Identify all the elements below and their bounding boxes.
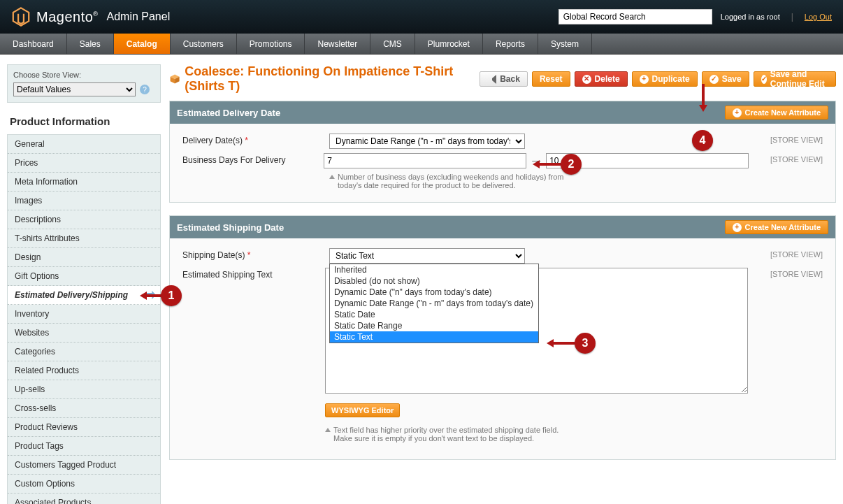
plus-icon: + bbox=[733, 108, 742, 117]
logout-link[interactable]: Log Out bbox=[805, 13, 832, 21]
delete-button[interactable]: ✕Delete bbox=[575, 71, 628, 87]
save-continue-button[interactable]: ✓Save and Continue Edit bbox=[754, 71, 836, 87]
delivery-dates-select[interactable]: Dynamic Date Range ("n - m" days from to… bbox=[329, 134, 525, 149]
sidebar-heading: Product Information bbox=[7, 110, 161, 134]
dropdown-option[interactable]: Disabled (do not show) bbox=[330, 275, 538, 287]
sidebar-item-design[interactable]: Design bbox=[8, 248, 160, 267]
magento-icon bbox=[11, 7, 31, 27]
back-icon bbox=[487, 75, 496, 84]
sidebar-item-cross-sells[interactable]: Cross-sells bbox=[8, 399, 160, 418]
hint-icon bbox=[329, 175, 335, 179]
nav-item-catalog[interactable]: Catalog bbox=[114, 34, 171, 54]
sidebar-item-prices[interactable]: Prices bbox=[8, 154, 160, 173]
product-icon bbox=[169, 73, 180, 85]
sidebar-item-gift-options[interactable]: Gift Options bbox=[8, 267, 160, 286]
callout-1: 1 bbox=[161, 285, 182, 306]
sidebar-item-descriptions[interactable]: Descriptions bbox=[8, 210, 160, 229]
biz-days-hint: Number of business days (excluding weeke… bbox=[329, 173, 567, 189]
scope-label: [STORE VIEW] bbox=[748, 268, 823, 278]
dropdown-option[interactable]: Inherited bbox=[330, 264, 538, 275]
global-search-input[interactable] bbox=[559, 9, 712, 24]
sidebar-item-estimated-delivery-shipping[interactable]: Estimated Delivery/Shipping bbox=[8, 286, 160, 305]
sidebar-item-product-tags[interactable]: Product Tags bbox=[8, 437, 160, 456]
page-actions: Back Reset ✕Delete +Duplicate ✓Save ✓Sav… bbox=[480, 71, 836, 87]
help-icon[interactable]: ? bbox=[140, 85, 150, 94]
section-shipping-title: Estimated Shipping Date bbox=[177, 222, 284, 233]
store-view-label: Choose Store View: bbox=[13, 71, 154, 79]
shipping-text-label: Estimated Shipping Text bbox=[182, 268, 325, 280]
main-nav: DashboardSalesCatalogCustomersPromotions… bbox=[0, 34, 843, 55]
shipping-text-hint: Text field has higher priority over the … bbox=[325, 426, 577, 442]
dropdown-option[interactable]: Dynamic Date ("n" days from today's date… bbox=[330, 287, 538, 298]
sidebar-item-up-sells[interactable]: Up-sells bbox=[8, 380, 160, 399]
biz-days-label: Business Days For Delivery bbox=[182, 153, 324, 165]
nav-item-dashboard[interactable]: Dashboard bbox=[0, 34, 67, 54]
sidebar-item-meta-information[interactable]: Meta Information bbox=[8, 173, 160, 192]
reset-button[interactable]: Reset bbox=[532, 71, 570, 87]
plus-icon: + bbox=[733, 223, 742, 232]
back-button[interactable]: Back bbox=[480, 71, 528, 87]
sidebar-item-inventory[interactable]: Inventory bbox=[8, 305, 160, 324]
sidebar-item-t-shirts-attributes[interactable]: T-shirts Attributes bbox=[8, 229, 160, 248]
sidebar-item-custom-options[interactable]: Custom Options bbox=[8, 475, 160, 494]
dropdown-option[interactable]: Static Date Range bbox=[330, 320, 538, 331]
dropdown-option[interactable]: Static Text bbox=[330, 331, 538, 343]
section-delivery-head: Estimated Delivery Date +Create New Attr… bbox=[170, 101, 835, 124]
sidebar-item-customers-tagged-product[interactable]: Customers Tagged Product bbox=[8, 456, 160, 475]
sidebar-nav: GeneralPricesMeta InformationImagesDescr… bbox=[7, 134, 161, 504]
brand-subtitle: Admin Panel bbox=[106, 10, 170, 23]
section-delivery-title: Estimated Delivery Date bbox=[177, 108, 280, 118]
callout-4-arrow bbox=[699, 105, 707, 112]
duplicate-button[interactable]: +Duplicate bbox=[632, 71, 698, 87]
nav-item-system[interactable]: System bbox=[538, 34, 592, 54]
delivery-dates-label: Delivery Date(s) * bbox=[182, 134, 329, 145]
wysiwyg-button[interactable]: WYSIWYG Editor bbox=[325, 403, 400, 417]
dropdown-option[interactable]: Dynamic Date Range ("n - m" days from to… bbox=[330, 298, 538, 309]
store-view-select[interactable]: Default Values bbox=[13, 82, 136, 96]
nav-item-reports[interactable]: Reports bbox=[483, 34, 538, 54]
create-attribute-button[interactable]: +Create New Attribute bbox=[725, 106, 828, 120]
brand-text: Magento® bbox=[36, 9, 98, 25]
page-head: Coalesce: Functioning On Impatience T-Sh… bbox=[169, 64, 836, 94]
save-button[interactable]: ✓Save bbox=[702, 71, 749, 87]
callout-4: 4 bbox=[692, 130, 713, 151]
section-delivery: Estimated Delivery Date +Create New Attr… bbox=[169, 101, 836, 203]
nav-item-newsletter[interactable]: Newsletter bbox=[305, 34, 370, 54]
callout-3-arrow bbox=[547, 339, 554, 347]
sidebar-item-product-reviews[interactable]: Product Reviews bbox=[8, 418, 160, 437]
callout-1-arrow bbox=[140, 291, 147, 300]
logo: Magento® Admin Panel bbox=[11, 7, 170, 27]
sidebar-item-images[interactable]: Images bbox=[8, 192, 160, 210]
scope-label: [STORE VIEW] bbox=[746, 134, 823, 144]
nav-item-sales[interactable]: Sales bbox=[67, 34, 114, 54]
scope-label: [STORE VIEW] bbox=[746, 248, 823, 259]
section-shipping-head: Estimated Shipping Date +Create New Attr… bbox=[170, 216, 835, 238]
shipping-dates-label: Shipping Date(s) * bbox=[182, 248, 329, 260]
nav-item-cms[interactable]: CMS bbox=[370, 34, 415, 54]
nav-item-plumrocket[interactable]: Plumrocket bbox=[415, 34, 483, 54]
store-view-chooser: Choose Store View: Default Values ? bbox=[7, 64, 161, 103]
sidebar-item-associated-products[interactable]: Associated Products bbox=[8, 494, 160, 504]
sidebar-item-websites[interactable]: Websites bbox=[8, 324, 160, 343]
nav-item-promotions[interactable]: Promotions bbox=[237, 34, 305, 54]
callout-2: 2 bbox=[561, 154, 582, 175]
shipping-dates-select[interactable]: Static Text bbox=[329, 248, 525, 264]
delete-icon: ✕ bbox=[582, 75, 591, 84]
header-bar: Magento® Admin Panel Logged in as root |… bbox=[0, 0, 843, 34]
plus-icon: + bbox=[640, 75, 649, 84]
sidebar-item-general[interactable]: General bbox=[8, 135, 160, 154]
check-icon: ✓ bbox=[761, 75, 767, 84]
callout-2-arrow bbox=[533, 160, 540, 168]
dropdown-option[interactable]: Static Date bbox=[330, 309, 538, 320]
scope-label: [STORE VIEW] bbox=[749, 153, 823, 164]
sidebar-item-related-products[interactable]: Related Products bbox=[8, 361, 160, 380]
biz-days-from-input[interactable] bbox=[324, 153, 526, 168]
section-shipping: Estimated Shipping Date +Create New Attr… bbox=[169, 215, 836, 460]
hint-icon bbox=[325, 428, 331, 432]
logged-in-label: Logged in as root bbox=[721, 13, 780, 21]
page-title: Coalesce: Functioning On Impatience T-Sh… bbox=[185, 64, 480, 94]
create-attribute-button[interactable]: +Create New Attribute bbox=[725, 220, 828, 234]
nav-item-customers[interactable]: Customers bbox=[171, 34, 237, 54]
callout-3: 3 bbox=[575, 333, 596, 354]
sidebar-item-categories[interactable]: Categories bbox=[8, 343, 160, 361]
